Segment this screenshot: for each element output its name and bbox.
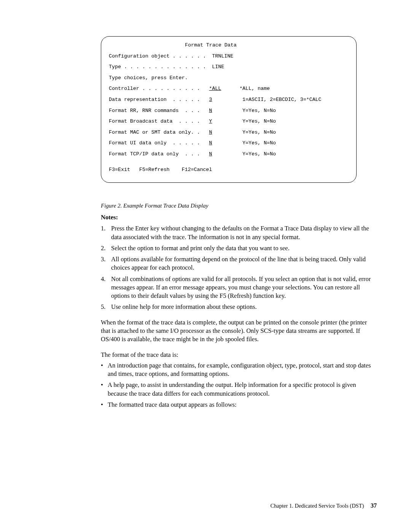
bullet-text: The formatted trace data output appears … — [108, 401, 237, 409]
note-text: Press the Enter key without changing to … — [111, 224, 377, 241]
page-number: 37 — [371, 502, 377, 509]
bullet-list: •An introduction page that contains, for… — [101, 361, 377, 409]
list-item: 5.Use online help for more information a… — [101, 303, 377, 311]
datarep-hint: 1=ASCII, 2=EBCDIC, 3=*CALC — [212, 97, 321, 102]
bcast-label: Format Broadcast data . . . . — [109, 118, 209, 124]
list-item: 3.All options available for formatting d… — [101, 255, 377, 272]
controller-input[interactable]: *ALL — [209, 86, 221, 91]
note-text: Select the option to format and print on… — [111, 244, 290, 252]
mac-label: Format MAC or SMT data only. . — [109, 129, 209, 135]
rr-row: Format RR, RNR commands . . . N Y=Yes, N… — [109, 107, 349, 115]
tcp-hint: Y=Yes, N=No — [212, 151, 276, 157]
paragraph: The format of the trace data is: — [101, 351, 377, 359]
notes-list: 1.Press the Enter key without changing t… — [101, 224, 377, 311]
controller-label: Controller . . . . . . . . . . — [109, 86, 209, 91]
ui-hint: Y=Yes, N=No — [212, 140, 276, 146]
controller-row: Controller . . . . . . . . . . *ALL *ALL… — [109, 85, 349, 93]
datarep-label: Data representation . . . . . — [109, 97, 209, 102]
note-text: Not all combinations of options are vali… — [111, 275, 377, 300]
page-footer: Chapter 1. Dedicated Service Tools (DST)… — [270, 502, 377, 509]
ui-row: Format UI data only . . . . . N Y=Yes, N… — [109, 140, 349, 147]
bcast-row: Format Broadcast data . . . . Y Y=Yes, N… — [109, 118, 349, 125]
datarep-row: Data representation . . . . . 3 1=ASCII,… — [109, 96, 349, 104]
terminal-screen: Format Trace Data Configuration object .… — [101, 36, 357, 183]
function-keys: F3=Exit F5=Refresh F12=Cancel — [109, 166, 349, 174]
choices-prompt: Type choices, press Enter. — [109, 75, 349, 82]
ui-label: Format UI data only . . . . . — [109, 140, 209, 146]
bullet-text: A help page, to assist in understanding … — [108, 381, 377, 398]
mac-row: Format MAC or SMT data only. . N Y=Yes, … — [109, 129, 349, 136]
list-item: 4.Not all combinations of options are va… — [101, 275, 377, 300]
list-item: 1.Press the Enter key without changing t… — [101, 224, 377, 241]
terminal-title: Format Trace Data — [109, 42, 349, 49]
figure-caption: Figure 2. Example Format Trace Data Disp… — [101, 203, 377, 209]
rr-label: Format RR, RNR commands . . . — [109, 108, 209, 113]
list-item: •The formatted trace data output appears… — [101, 401, 377, 409]
list-item: •An introduction page that contains, for… — [101, 361, 377, 379]
bcast-hint: Y=Yes, N=No — [212, 118, 276, 124]
list-item: •A help page, to assist in understanding… — [101, 381, 377, 398]
note-text: Use online help for more information abo… — [111, 303, 257, 311]
chapter-label: Chapter 1. Dedicated Service Tools (DST) — [270, 503, 364, 509]
bullet-text: An introduction page that contains, for … — [108, 361, 377, 379]
mac-hint: Y=Yes, N=No — [212, 129, 276, 135]
list-item: 2.Select the option to format and print … — [101, 244, 377, 252]
notes-heading: Notes: — [101, 214, 377, 221]
tcp-label: Format TCP/IP data only . . . — [109, 151, 209, 157]
tcp-row: Format TCP/IP data only . . . N Y=Yes, N… — [109, 151, 349, 158]
controller-hint: *ALL, name — [221, 86, 270, 91]
rr-hint: Y=Yes, N=No — [212, 108, 276, 113]
type-line: Type . . . . . . . . . . . . . . LINE — [109, 64, 349, 71]
config-object-line: Configuration object . . . . . . TRNLINE — [109, 53, 349, 60]
note-text: All options available for formatting dep… — [111, 255, 377, 272]
paragraph: When the format of the trace data is com… — [101, 318, 377, 344]
